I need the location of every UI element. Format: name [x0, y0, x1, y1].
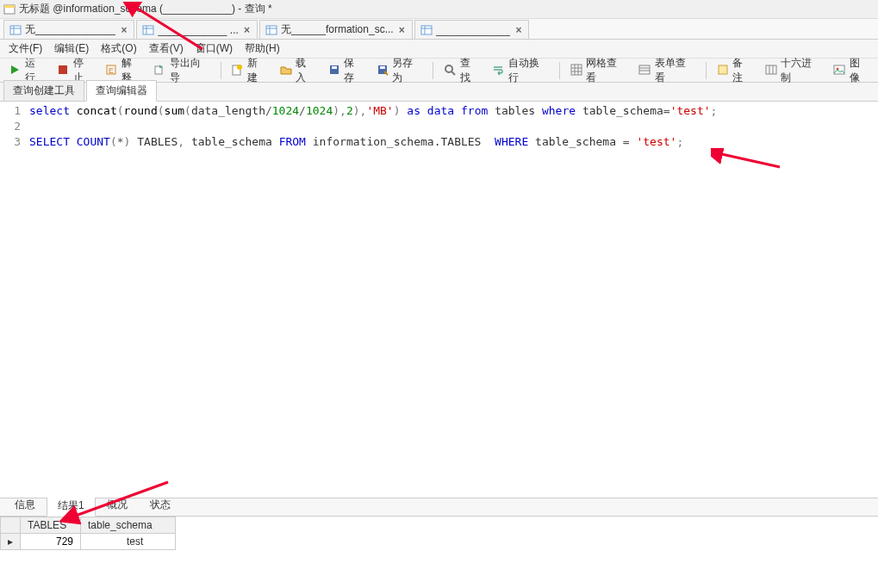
toolbar-separator — [433, 62, 433, 79]
svg-rect-22 — [332, 66, 337, 69]
save-button[interactable]: 保存 — [323, 53, 370, 88]
svg-rect-2 — [10, 26, 21, 34]
cell-value: test — [127, 535, 143, 548]
table-icon — [265, 24, 277, 36]
grid-header-row: TABLES table_schema — [1, 517, 176, 534]
sql-editor[interactable]: 1 2 3 select concat(round(sum(data_lengt… — [0, 102, 878, 498]
document-tab[interactable]: 无______formation_sc... × — [259, 20, 413, 39]
document-tab[interactable]: 无______________ × — [3, 20, 134, 39]
close-icon[interactable]: × — [514, 24, 523, 36]
note-icon — [717, 64, 731, 77]
line-number: 3 — [0, 134, 21, 150]
line-number: 2 — [0, 119, 21, 134]
svg-rect-15 — [59, 65, 67, 74]
notes-button[interactable]: 备注 — [712, 53, 758, 88]
export-wizard-button[interactable]: 导出向导 — [148, 53, 215, 88]
export-icon — [153, 64, 167, 77]
code-line — [29, 119, 875, 134]
svg-point-25 — [445, 65, 452, 72]
svg-rect-24 — [380, 66, 385, 69]
form-icon — [638, 64, 652, 77]
btn-label: 备注 — [732, 56, 752, 85]
wrap-button[interactable]: 自动换行 — [487, 53, 553, 88]
new-button[interactable]: 新建 — [226, 53, 272, 88]
result-grid-panel: TABLES table_schema ▸ 729 test — [0, 517, 878, 550]
toolbar-separator — [559, 62, 560, 79]
table-icon — [142, 24, 154, 36]
tab-label: ____________ ... — [158, 24, 238, 36]
svg-rect-39 — [834, 65, 844, 74]
code-line: select concat(round(sum(data_length/1024… — [29, 103, 875, 119]
document-tab[interactable]: ____________ ... × — [136, 20, 257, 39]
document-tab[interactable]: _____________ × — [414, 20, 530, 39]
explain-icon: E — [105, 64, 119, 77]
cell-table-schema[interactable]: test — [81, 534, 176, 550]
toolbar: 运行 停止 E解释 导出向导 新建 载入 保存 另存为 查找 自动换行 网格查看… — [0, 59, 878, 83]
save-as-button[interactable]: 另存为 — [371, 53, 428, 88]
app-icon — [3, 3, 16, 15]
btn-label: 查找 — [460, 56, 480, 85]
load-button[interactable]: 载入 — [275, 53, 321, 88]
result-grid[interactable]: TABLES table_schema ▸ 729 test — [0, 517, 176, 550]
close-icon[interactable]: × — [242, 24, 252, 36]
grid-icon — [570, 64, 584, 77]
column-header[interactable]: TABLES — [21, 517, 81, 534]
code-line: SELECT COUNT(*) TABLES, table_schema FRO… — [29, 134, 875, 150]
grid-data-row[interactable]: ▸ 729 test — [1, 534, 176, 550]
table-icon — [420, 24, 433, 36]
hex-icon — [765, 64, 779, 77]
window-title-bar: 无标题 @information_schema (____________) -… — [0, 0, 878, 19]
line-number: 1 — [0, 103, 21, 119]
close-icon[interactable]: × — [119, 24, 128, 36]
form-view-button[interactable]: 表单查看 — [633, 53, 700, 88]
cell-tables[interactable]: 729 — [21, 534, 81, 550]
tab-label: 无______________ — [25, 22, 115, 37]
svg-rect-1 — [4, 5, 15, 8]
svg-rect-35 — [719, 65, 727, 74]
svg-line-26 — [451, 71, 455, 75]
tab-query-builder[interactable]: 查询创建工具 — [3, 80, 84, 101]
image-button[interactable]: 图像 — [828, 53, 875, 88]
btn-label: 另存为 — [392, 56, 422, 85]
svg-marker-14 — [11, 65, 19, 74]
btn-label: 网格查看 — [586, 56, 626, 85]
toolbar-separator — [706, 62, 707, 79]
svg-rect-27 — [571, 65, 582, 75]
toolbar-separator — [221, 62, 221, 79]
svg-rect-5 — [143, 26, 153, 34]
btn-label: 新建 — [247, 56, 267, 85]
tab-result1[interactable]: 结果1 — [47, 495, 96, 517]
find-button[interactable]: 查找 — [439, 53, 485, 88]
tab-query-editor[interactable]: 查询编辑器 — [86, 80, 157, 102]
redacted-text — [88, 537, 127, 548]
row-selector-header — [1, 517, 21, 534]
save-as-icon — [377, 64, 390, 77]
image-icon — [833, 64, 847, 77]
btn-label: 图像 — [850, 56, 869, 85]
current-row-indicator-icon: ▸ — [1, 534, 21, 550]
btn-label: 十六进制 — [781, 56, 821, 85]
tab-label: 无______formation_sc... — [281, 22, 394, 37]
result-tab-strip: 信息 结果1 概况 状态 — [0, 498, 878, 517]
svg-point-20 — [237, 65, 242, 70]
document-tab-strip: 无______________ × ____________ ... × 无__… — [0, 19, 878, 40]
table-icon — [9, 24, 22, 36]
svg-rect-36 — [766, 65, 776, 74]
btn-label: 表单查看 — [655, 56, 695, 85]
hex-button[interactable]: 十六进制 — [760, 53, 826, 88]
stop-icon — [57, 64, 71, 77]
code-content[interactable]: select concat(round(sum(data_length/1024… — [26, 102, 878, 498]
btn-label: 自动换行 — [508, 56, 549, 85]
wrap-icon — [492, 64, 506, 77]
grid-view-button[interactable]: 网格查看 — [565, 53, 632, 88]
column-header[interactable]: table_schema — [81, 517, 176, 534]
svg-rect-32 — [639, 65, 650, 74]
search-icon — [444, 64, 458, 77]
open-icon — [280, 64, 294, 77]
svg-rect-11 — [421, 26, 432, 34]
svg-text:E: E — [109, 66, 114, 75]
save-icon — [328, 64, 342, 77]
btn-label: 导出向导 — [170, 56, 210, 85]
btn-label: 保存 — [344, 56, 364, 85]
close-icon[interactable]: × — [397, 24, 407, 36]
